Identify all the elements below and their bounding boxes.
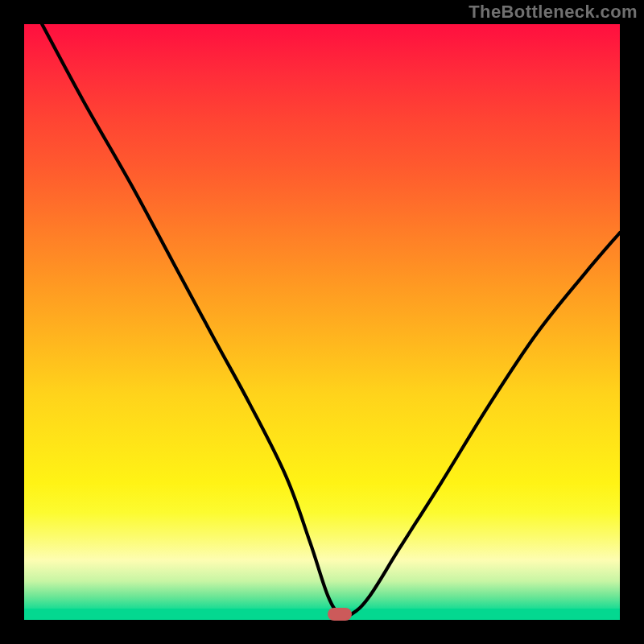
optimal-marker	[328, 608, 352, 621]
watermark-text: TheBottleneck.com	[469, 2, 638, 23]
bottleneck-curve	[24, 24, 620, 620]
chart-frame: TheBottleneck.com	[0, 0, 644, 644]
